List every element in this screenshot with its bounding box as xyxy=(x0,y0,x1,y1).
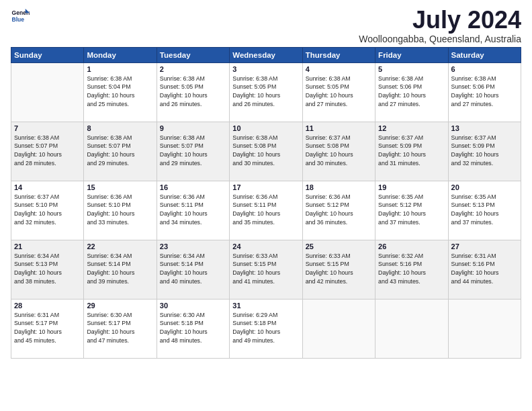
weekday-header-tuesday: Tuesday xyxy=(157,47,229,62)
day-info: Sunrise: 6:38 AM Sunset: 5:06 PM Dayligh… xyxy=(378,75,445,109)
day-info: Sunrise: 6:38 AM Sunset: 5:07 PM Dayligh… xyxy=(87,134,153,168)
day-number: 13 xyxy=(451,124,518,132)
calendar-cell xyxy=(375,299,448,358)
calendar-week-row: 21Sunrise: 6:34 AM Sunset: 5:13 PM Dayli… xyxy=(11,240,521,299)
day-info: Sunrise: 6:36 AM Sunset: 5:11 PM Dayligh… xyxy=(160,193,226,227)
calendar-week-row: 14Sunrise: 6:37 AM Sunset: 5:10 PM Dayli… xyxy=(11,181,521,240)
day-info: Sunrise: 6:37 AM Sunset: 5:09 PM Dayligh… xyxy=(378,134,445,168)
calendar-cell: 10Sunrise: 6:38 AM Sunset: 5:08 PM Dayli… xyxy=(230,122,302,181)
day-info: Sunrise: 6:29 AM Sunset: 5:18 PM Dayligh… xyxy=(232,311,299,345)
calendar-cell: 5Sunrise: 6:38 AM Sunset: 5:06 PM Daylig… xyxy=(375,62,448,122)
day-number: 21 xyxy=(14,242,81,250)
day-info: Sunrise: 6:38 AM Sunset: 5:06 PM Dayligh… xyxy=(451,75,518,109)
day-info: Sunrise: 6:36 AM Sunset: 5:10 PM Dayligh… xyxy=(87,193,153,227)
day-number: 29 xyxy=(87,302,153,310)
day-number: 20 xyxy=(451,183,518,191)
calendar-cell: 29Sunrise: 6:30 AM Sunset: 5:17 PM Dayli… xyxy=(84,299,157,358)
calendar-cell: 27Sunrise: 6:31 AM Sunset: 5:16 PM Dayli… xyxy=(448,240,521,299)
calendar-cell: 30Sunrise: 6:30 AM Sunset: 5:18 PM Dayli… xyxy=(157,299,229,358)
calendar-cell: 7Sunrise: 6:38 AM Sunset: 5:07 PM Daylig… xyxy=(11,122,84,181)
calendar-cell: 19Sunrise: 6:35 AM Sunset: 5:12 PM Dayli… xyxy=(375,181,448,240)
day-number: 8 xyxy=(87,124,153,132)
day-number: 9 xyxy=(160,124,226,132)
day-info: Sunrise: 6:31 AM Sunset: 5:16 PM Dayligh… xyxy=(451,252,518,286)
weekday-header-sunday: Sunday xyxy=(11,47,84,62)
title-block: July 2024 Woolloongabba, Queensland, Aus… xyxy=(359,7,521,44)
calendar-cell: 6Sunrise: 6:38 AM Sunset: 5:06 PM Daylig… xyxy=(448,62,521,122)
day-info: Sunrise: 6:34 AM Sunset: 5:13 PM Dayligh… xyxy=(14,252,81,286)
calendar-week-row: 28Sunrise: 6:31 AM Sunset: 5:17 PM Dayli… xyxy=(11,299,521,358)
calendar-cell: 11Sunrise: 6:37 AM Sunset: 5:08 PM Dayli… xyxy=(302,122,375,181)
day-number: 3 xyxy=(232,65,299,73)
day-number: 16 xyxy=(160,183,226,191)
day-info: Sunrise: 6:37 AM Sunset: 5:08 PM Dayligh… xyxy=(306,134,372,168)
calendar-cell: 18Sunrise: 6:36 AM Sunset: 5:12 PM Dayli… xyxy=(302,181,375,240)
calendar-week-row: 1Sunrise: 6:38 AM Sunset: 5:04 PM Daylig… xyxy=(11,62,521,122)
day-info: Sunrise: 6:37 AM Sunset: 5:09 PM Dayligh… xyxy=(451,134,518,168)
calendar-cell: 24Sunrise: 6:33 AM Sunset: 5:15 PM Dayli… xyxy=(230,240,302,299)
day-number: 7 xyxy=(14,124,81,132)
day-number: 10 xyxy=(232,124,299,132)
calendar-cell: 3Sunrise: 6:38 AM Sunset: 5:05 PM Daylig… xyxy=(230,62,302,122)
day-info: Sunrise: 6:36 AM Sunset: 5:11 PM Dayligh… xyxy=(232,193,299,227)
calendar-cell: 4Sunrise: 6:38 AM Sunset: 5:05 PM Daylig… xyxy=(302,62,375,122)
calendar-cell: 22Sunrise: 6:34 AM Sunset: 5:14 PM Dayli… xyxy=(84,240,157,299)
calendar-cell: 13Sunrise: 6:37 AM Sunset: 5:09 PM Dayli… xyxy=(448,122,521,181)
day-info: Sunrise: 6:35 AM Sunset: 5:12 PM Dayligh… xyxy=(378,193,445,227)
calendar-cell xyxy=(11,62,84,122)
location-title: Woolloongabba, Queensland, Australia xyxy=(359,34,521,44)
day-number: 27 xyxy=(451,242,518,250)
day-info: Sunrise: 6:38 AM Sunset: 5:08 PM Dayligh… xyxy=(232,134,299,168)
calendar-cell: 21Sunrise: 6:34 AM Sunset: 5:13 PM Dayli… xyxy=(11,240,84,299)
day-number: 14 xyxy=(14,183,81,191)
weekday-header-thursday: Thursday xyxy=(302,47,375,62)
day-number: 4 xyxy=(306,65,372,73)
day-info: Sunrise: 6:31 AM Sunset: 5:17 PM Dayligh… xyxy=(14,311,81,345)
calendar-cell: 15Sunrise: 6:36 AM Sunset: 5:10 PM Dayli… xyxy=(84,181,157,240)
day-number: 26 xyxy=(378,242,445,250)
day-number: 28 xyxy=(14,302,81,310)
weekday-header-saturday: Saturday xyxy=(448,47,521,62)
day-info: Sunrise: 6:33 AM Sunset: 5:15 PM Dayligh… xyxy=(232,252,299,286)
day-number: 11 xyxy=(306,124,372,132)
day-number: 31 xyxy=(232,302,299,310)
calendar-cell xyxy=(448,299,521,358)
logo-icon: General Blue xyxy=(11,7,30,26)
day-info: Sunrise: 6:38 AM Sunset: 5:04 PM Dayligh… xyxy=(87,75,153,109)
day-number: 22 xyxy=(87,242,153,250)
day-info: Sunrise: 6:38 AM Sunset: 5:05 PM Dayligh… xyxy=(160,75,226,109)
day-info: Sunrise: 6:34 AM Sunset: 5:14 PM Dayligh… xyxy=(87,252,153,286)
header: General Blue July 2024 Woolloongabba, Qu… xyxy=(11,7,521,44)
day-info: Sunrise: 6:37 AM Sunset: 5:10 PM Dayligh… xyxy=(14,193,81,227)
calendar-cell: 28Sunrise: 6:31 AM Sunset: 5:17 PM Dayli… xyxy=(11,299,84,358)
calendar-cell: 16Sunrise: 6:36 AM Sunset: 5:11 PM Dayli… xyxy=(157,181,229,240)
weekday-header-monday: Monday xyxy=(84,47,157,62)
weekday-header-wednesday: Wednesday xyxy=(230,47,302,62)
calendar-cell xyxy=(302,299,375,358)
logo: General Blue xyxy=(11,7,30,26)
calendar-cell: 25Sunrise: 6:33 AM Sunset: 5:15 PM Dayli… xyxy=(302,240,375,299)
day-number: 6 xyxy=(451,65,518,73)
calendar-cell: 9Sunrise: 6:38 AM Sunset: 5:07 PM Daylig… xyxy=(157,122,229,181)
calendar-cell: 31Sunrise: 6:29 AM Sunset: 5:18 PM Dayli… xyxy=(230,299,302,358)
calendar-cell: 26Sunrise: 6:32 AM Sunset: 5:16 PM Dayli… xyxy=(375,240,448,299)
day-info: Sunrise: 6:36 AM Sunset: 5:12 PM Dayligh… xyxy=(306,193,372,227)
day-number: 23 xyxy=(160,242,226,250)
day-number: 2 xyxy=(160,65,226,73)
day-number: 15 xyxy=(87,183,153,191)
day-info: Sunrise: 6:33 AM Sunset: 5:15 PM Dayligh… xyxy=(306,252,372,286)
calendar-cell: 20Sunrise: 6:35 AM Sunset: 5:13 PM Dayli… xyxy=(448,181,521,240)
calendar-cell: 12Sunrise: 6:37 AM Sunset: 5:09 PM Dayli… xyxy=(375,122,448,181)
day-info: Sunrise: 6:38 AM Sunset: 5:07 PM Dayligh… xyxy=(160,134,226,168)
calendar-cell: 1Sunrise: 6:38 AM Sunset: 5:04 PM Daylig… xyxy=(84,62,157,122)
weekday-header-row: SundayMondayTuesdayWednesdayThursdayFrid… xyxy=(11,47,521,62)
calendar-cell: 8Sunrise: 6:38 AM Sunset: 5:07 PM Daylig… xyxy=(84,122,157,181)
day-number: 19 xyxy=(378,183,445,191)
day-number: 12 xyxy=(378,124,445,132)
day-info: Sunrise: 6:35 AM Sunset: 5:13 PM Dayligh… xyxy=(451,193,518,227)
svg-text:Blue: Blue xyxy=(12,16,25,23)
month-title: July 2024 xyxy=(359,7,521,34)
day-number: 24 xyxy=(232,242,299,250)
calendar-cell: 17Sunrise: 6:36 AM Sunset: 5:11 PM Dayli… xyxy=(230,181,302,240)
calendar-table: SundayMondayTuesdayWednesdayThursdayFrid… xyxy=(11,47,521,359)
